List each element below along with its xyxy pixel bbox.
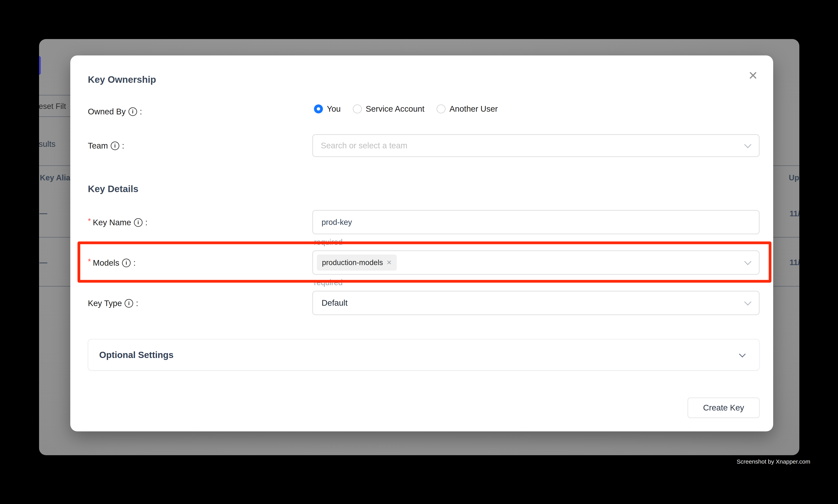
chevron-down-icon <box>744 141 751 148</box>
selected-model-tag-label: production-models <box>322 258 383 267</box>
key-type-selected-value: Default <box>313 298 347 308</box>
toolbar-divider-top <box>39 95 71 95</box>
table-cell-dash: — <box>39 208 47 218</box>
owned-by-label-text: Owned By <box>88 106 126 118</box>
info-icon[interactable]: i <box>122 259 131 267</box>
team-label: Team i : <box>88 140 124 152</box>
create-key-button-label: Create Key <box>703 403 744 412</box>
chevron-down-icon <box>744 258 751 265</box>
column-header-key-alias: Key Alia <box>40 173 70 183</box>
chevron-down-icon <box>739 351 746 357</box>
close-icon: ✕ <box>748 69 758 83</box>
key-name-label: * Key Name i : <box>88 217 147 228</box>
radio-option-you[interactable]: You <box>314 104 341 114</box>
optional-settings-label: Optional Settings <box>99 349 174 360</box>
key-type-label: Key Type i : <box>88 298 138 309</box>
radio-label: Another User <box>449 104 498 114</box>
key-details-heading: Key Details <box>88 183 139 194</box>
team-select[interactable]: Search or select a team <box>313 134 760 157</box>
models-required-hint: required <box>314 278 343 287</box>
selected-model-tag: production-models ✕ <box>317 254 397 271</box>
tag-remove-icon[interactable]: ✕ <box>387 259 392 266</box>
required-marker: * <box>88 255 91 267</box>
modal-title: Key Ownership <box>88 74 156 85</box>
info-icon[interactable]: i <box>125 299 133 308</box>
colon: : <box>133 257 136 269</box>
owned-by-label: Owned By i : <box>88 106 142 118</box>
info-icon[interactable]: i <box>128 107 137 116</box>
colon: : <box>145 217 148 228</box>
info-icon[interactable]: i <box>111 142 119 150</box>
models-multiselect[interactable]: production-models ✕ <box>313 250 760 275</box>
screenshot-canvas: eset Filt sults Key Alia — — Up 11/ 11/ … <box>0 0 838 504</box>
radio-label: You <box>327 104 341 114</box>
watermark-text: Screenshot by Xnapper.com <box>737 458 810 465</box>
radio-selected-icon[interactable] <box>314 104 323 113</box>
radio-option-another-user[interactable]: Another User <box>436 104 498 114</box>
key-name-required-hint: required <box>314 237 343 247</box>
create-key-button[interactable]: Create Key <box>688 398 760 418</box>
colon: : <box>140 106 142 118</box>
colon: : <box>136 298 138 309</box>
table-cell-date: 11/ <box>789 209 799 219</box>
radio-unselected-icon[interactable] <box>353 104 362 113</box>
optional-settings-panel[interactable]: Optional Settings <box>88 339 760 371</box>
close-button[interactable]: ✕ <box>744 67 762 84</box>
create-key-modal: Key Ownership ✕ Owned By i : You Service… <box>70 55 773 431</box>
key-name-label-text: Key Name <box>93 217 131 228</box>
results-count-partial: sults <box>39 139 55 149</box>
column-header-updated: Up <box>789 173 799 183</box>
clipped-primary-button <box>39 56 41 75</box>
required-marker: * <box>88 215 91 227</box>
team-label-text: Team <box>88 140 108 152</box>
key-type-select[interactable]: Default <box>313 291 760 315</box>
key-name-field <box>313 210 760 234</box>
models-label-text: Models <box>93 257 119 269</box>
radio-unselected-icon[interactable] <box>436 104 446 113</box>
key-name-input[interactable] <box>313 211 759 234</box>
chevron-down-icon <box>744 298 751 305</box>
info-icon[interactable]: i <box>134 218 143 227</box>
radio-option-service-account[interactable]: Service Account <box>353 104 425 114</box>
toolbar-divider-bottom <box>39 116 71 117</box>
team-select-placeholder: Search or select a team <box>313 141 408 150</box>
colon: : <box>122 140 124 152</box>
radio-label: Service Account <box>366 104 425 114</box>
key-type-label-text: Key Type <box>88 298 122 309</box>
models-label: * Models i : <box>88 257 136 269</box>
owned-by-radio-group: You Service Account Another User <box>314 104 498 114</box>
table-cell-date: 11/ <box>789 257 799 267</box>
reset-filters-button-partial: eset Filt <box>39 101 66 111</box>
table-cell-dash: — <box>39 257 47 267</box>
